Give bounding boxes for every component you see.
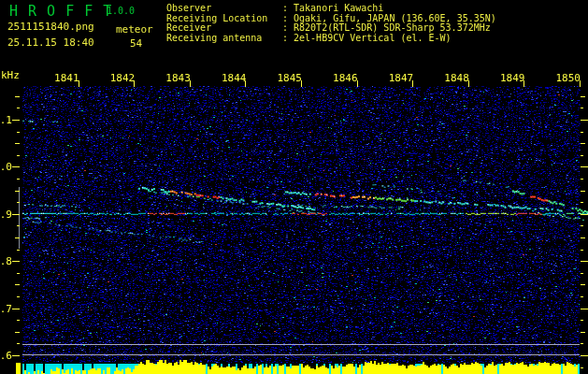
x-tick-label: 1844: [218, 72, 246, 84]
datetime-label: 25.11.15 18:40: [7, 36, 94, 49]
info-value: : 2el-HB9CV Vertical (el. E-W): [282, 33, 452, 43]
info-value: : Takanori Kawachi: [282, 3, 383, 13]
observer-info-row: Observer: Takanori Kawachi: [166, 3, 383, 13]
y-tick-label: 1.0: [0, 161, 12, 173]
info-value: : R820T2(RTL-SDR) SDR-Sharp 53.372MHz: [282, 22, 491, 33]
x-tick-label: 1849: [496, 72, 524, 84]
echo-count: 54: [130, 37, 142, 50]
info-label: Receiving antenna: [166, 33, 282, 43]
info-label: Receiver: [166, 22, 282, 33]
x-tick-label: 1843: [163, 72, 191, 84]
output-file-name: 2511151840.png: [7, 21, 94, 33]
x-tick-label: 1842: [107, 72, 135, 84]
y-tick-label: 0.7: [0, 303, 12, 315]
spectrogram-canvas: [0, 0, 588, 374]
observer-info-row: Receiving Location: Ogaki, Gifu, JAPAN (…: [166, 13, 496, 23]
y-axis-unit-label: kHz: [1, 69, 20, 81]
y-tick-label: 0.6: [0, 350, 12, 362]
app-title: H R O F F T: [9, 3, 112, 20]
hrofft-screenshot: H R O F F T 1.0.0 2511151840.png meteor …: [0, 0, 588, 374]
y-tick-label: 0.8: [0, 255, 12, 267]
x-tick-label: 1845: [274, 72, 302, 84]
y-tick-label: 1.1: [0, 114, 12, 126]
observer-info-row: Receiving antenna: 2el-HB9CV Vertical (e…: [166, 33, 452, 43]
info-value: : Ogaki, Gifu, JAPAN (136.60E, 35.35N): [282, 13, 496, 23]
mode-label: meteor: [116, 23, 153, 36]
y-tick-label: 0.9: [0, 209, 12, 221]
x-tick-label: 1847: [385, 72, 413, 84]
observer-info-row: Receiver: R820T2(RTL-SDR) SDR-Sharp 53.3…: [166, 22, 491, 33]
x-tick-label: 1841: [51, 72, 79, 84]
x-tick-label: 1846: [330, 72, 358, 84]
app-version: 1.0.0: [107, 6, 135, 16]
x-tick-label: 1850: [552, 72, 581, 84]
info-label: Observer: [166, 3, 282, 13]
x-tick-label: 1848: [441, 72, 469, 84]
info-label: Receiving Location: [166, 13, 282, 23]
